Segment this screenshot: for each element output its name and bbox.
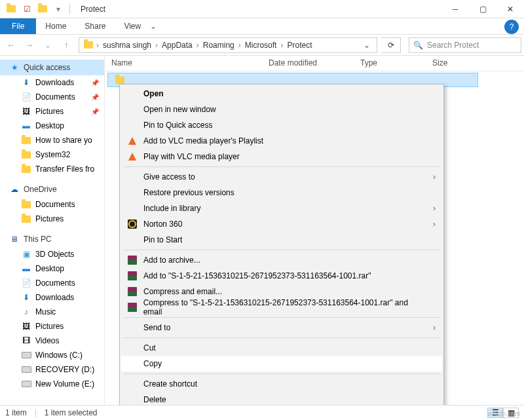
sidebar-item-drive[interactable]: RECOVERY (D:) [0, 362, 104, 377]
pc-icon: 🖥 [9, 234, 20, 244]
breadcrumb[interactable]: Protect [286, 41, 313, 50]
ctx-add-archive[interactable]: Add to archive... [121, 252, 442, 268]
ctx-include-library[interactable]: Include in library› [121, 200, 442, 216]
up-button[interactable]: ↑ [58, 37, 75, 54]
separator [124, 373, 440, 374]
ctx-copy[interactable]: Copy [121, 356, 442, 372]
forward-button[interactable]: → [21, 37, 38, 54]
folder-icon [21, 164, 31, 174]
navbar: ← → ⌄ ↑ › sushma singh› AppData› Roaming… [0, 35, 524, 56]
breadcrumb[interactable]: Roaming [202, 41, 236, 50]
ctx-open[interactable]: Open [121, 86, 442, 102]
rar-icon [126, 303, 138, 312]
watermark: wsxdn.com [487, 410, 520, 417]
separator [124, 317, 440, 318]
sidebar-item[interactable]: Documents [0, 197, 104, 212]
address-dropdown-icon[interactable]: ⌄ [361, 41, 373, 50]
vlc-icon [126, 137, 138, 145]
sidebar-quick-access[interactable]: ★ Quick access [0, 60, 104, 75]
sidebar-item[interactable]: 🎞Videos [0, 334, 104, 348]
separator [124, 250, 440, 250]
tab-home[interactable]: Home [36, 18, 75, 34]
tab-share[interactable]: Share [75, 18, 115, 34]
breadcrumb[interactable]: AppData [160, 41, 194, 50]
sidebar-item-drive[interactable]: Windows (C:) [0, 348, 104, 362]
ctx-cut[interactable]: Cut [121, 340, 442, 356]
col-name[interactable]: Name [105, 56, 262, 71]
sidebar-item[interactable]: How to share yo [0, 133, 104, 147]
sidebar-item[interactable]: 🖼Pictures [0, 319, 104, 334]
desktop-icon: ▬ [21, 263, 31, 274]
sidebar-item-documents[interactable]: 📄Documents📌 [0, 90, 104, 104]
objects-icon: ▣ [21, 249, 31, 259]
close-button[interactable]: ✕ [496, 0, 524, 18]
folder-icon [4, 2, 18, 16]
pin-icon: 📌 [91, 94, 99, 101]
ctx-vlc-playlist[interactable]: Add to VLC media player's Playlist [121, 133, 442, 149]
sidebar-item[interactable]: ♪Music [0, 305, 104, 319]
sidebar-item[interactable]: ▣3D Objects [0, 247, 104, 261]
ctx-pin-start[interactable]: Pin to Start [121, 232, 442, 248]
titlebar: ☑ ▾ Protect ─ ▢ ✕ [0, 0, 524, 18]
ctx-compress-to[interactable]: Compress to "S-1-5-21-1536310215-2671952… [121, 299, 442, 315]
tab-file[interactable]: File [0, 18, 36, 34]
sidebar-item-pictures[interactable]: 🖼Pictures📌 [0, 104, 104, 119]
maximize-button[interactable]: ▢ [469, 0, 496, 18]
sidebar-onedrive[interactable]: ☁OneDrive [0, 181, 104, 197]
minimize-button[interactable]: ─ [441, 0, 469, 18]
breadcrumb[interactable]: Microsoft [244, 41, 278, 50]
ctx-pin-quick-access[interactable]: Pin to Quick access [121, 117, 442, 133]
ctx-compress-email[interactable]: Compress and email... [121, 284, 442, 299]
qat-properties-icon[interactable]: ☑ [20, 2, 34, 16]
desktop-icon: ▬ [21, 121, 31, 131]
sidebar-this-pc[interactable]: 🖥This PC [0, 231, 104, 247]
breadcrumb[interactable]: sushma singh [102, 41, 153, 50]
column-headers[interactable]: Name Date modified Type Size [105, 56, 524, 71]
help-icon[interactable]: ? [504, 20, 519, 34]
ctx-restore-versions[interactable]: Restore previous versions [121, 185, 442, 200]
recent-dropdown-icon[interactable]: ⌄ [39, 37, 56, 54]
documents-icon: 📄 [21, 278, 31, 288]
star-icon: ★ [9, 62, 20, 73]
status-bar: 1 item | 1 item selected ☰ ▦ [0, 405, 524, 420]
chevron-right-icon: › [433, 172, 436, 181]
ctx-send-to[interactable]: Send to› [121, 320, 442, 335]
folder-icon [21, 149, 31, 160]
context-menu: Open Open in new window Pin to Quick acc… [119, 84, 444, 420]
col-size[interactable]: Size [426, 56, 478, 71]
sidebar-item[interactable]: Pictures [0, 212, 104, 226]
qat-newfolder-icon[interactable] [35, 2, 50, 16]
drive-icon [21, 379, 31, 389]
chevron-right-icon: › [433, 204, 436, 213]
separator [124, 166, 440, 167]
search-input[interactable]: 🔍 Search Protect [409, 37, 521, 53]
sidebar-item[interactable]: Transfer Files fro [0, 162, 104, 176]
address-bar[interactable]: › sushma singh› AppData› Roaming› Micros… [79, 37, 377, 53]
ribbon-expand-icon[interactable]: ⌄ [150, 22, 162, 31]
chevron-right-icon: › [433, 323, 436, 332]
sidebar-item[interactable]: System32 [0, 147, 104, 162]
sidebar-item[interactable]: ⬇Downloads [0, 290, 104, 305]
ctx-create-shortcut[interactable]: Create shortcut [121, 376, 442, 392]
col-type[interactable]: Type [354, 56, 426, 71]
sidebar-item-drive[interactable]: New Volume (E:) [0, 377, 104, 391]
ctx-give-access[interactable]: Give access to› [121, 169, 442, 185]
tab-view[interactable]: View [115, 18, 150, 34]
sidebar-item[interactable]: 📄Documents [0, 276, 104, 290]
sidebar-item-desktop[interactable]: ▬Desktop [0, 119, 104, 133]
col-date[interactable]: Date modified [262, 56, 354, 71]
ctx-vlc-play[interactable]: Play with VLC media player [121, 149, 442, 164]
ctx-add-to-rar[interactable]: Add to "S-1-5-21-1536310215-2671952373-5… [121, 268, 442, 284]
ctx-open-new-window[interactable]: Open in new window [121, 102, 442, 117]
chevron-right-icon: › [433, 220, 436, 229]
sidebar-item-downloads[interactable]: ⬇Downloads📌 [0, 75, 104, 90]
sidebar-item[interactable]: ▬Desktop [0, 261, 104, 276]
music-icon: ♪ [21, 307, 31, 317]
ctx-norton[interactable]: Norton 360› [121, 216, 442, 232]
refresh-button[interactable]: ⟳ [381, 37, 401, 53]
qat-dropdown-icon[interactable]: ▾ [51, 2, 66, 16]
search-icon: 🔍 [413, 41, 423, 50]
back-button[interactable]: ← [3, 37, 20, 54]
status-selected: 1 item selected [45, 408, 98, 417]
sidebar: ★ Quick access ⬇Downloads📌 📄Documents📌 🖼… [0, 56, 105, 405]
